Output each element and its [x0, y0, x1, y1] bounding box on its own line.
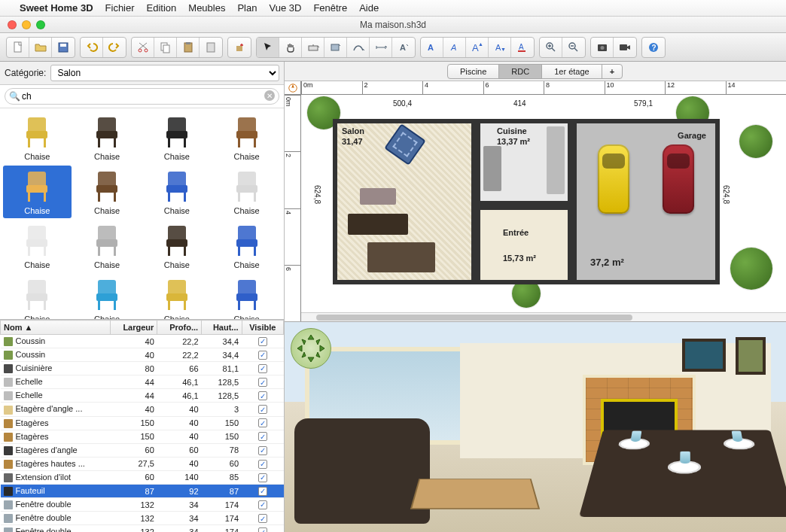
- zoom-out-button[interactable]: [562, 38, 585, 57]
- catalog-item[interactable]: Chaise: [73, 111, 142, 164]
- table-row[interactable]: Fenêtre double 13234174 ✓: [1, 498, 284, 512]
- catalog-item[interactable]: Chaise: [212, 274, 281, 319]
- search-input[interactable]: [5, 88, 279, 105]
- room-cuisine[interactable]: Cuisine 13,37 m²: [476, 119, 572, 205]
- photo-button[interactable]: [591, 38, 614, 57]
- select-tool[interactable]: [257, 38, 279, 57]
- new-file-button[interactable]: [7, 38, 29, 57]
- catalog-item[interactable]: Chaise: [3, 166, 72, 218]
- table-row[interactable]: Fauteuil 879287 ✓: [1, 485, 284, 498]
- catalog-item[interactable]: Chaise: [212, 220, 281, 272]
- save-file-button[interactable]: [52, 38, 75, 57]
- copy-button[interactable]: [154, 38, 177, 57]
- catalog-item[interactable]: Chaise: [73, 220, 142, 272]
- plan-scrollbar-horizontal[interactable]: [301, 312, 786, 321]
- ruler-horizontal: 0m2468101214: [301, 81, 786, 95]
- zoom-in-button[interactable]: [540, 38, 562, 57]
- catalog-item[interactable]: Chaise: [143, 166, 212, 218]
- dining-table-3d: [579, 430, 786, 518]
- menu-fenetre[interactable]: Fenêtre: [313, 2, 347, 14]
- compass-icon[interactable]: [285, 81, 301, 95]
- menu-edition[interactable]: Edition: [147, 2, 177, 14]
- selected-armchair[interactable]: [384, 123, 426, 166]
- car-yellow[interactable]: [598, 144, 629, 214]
- table-row[interactable]: Etagères hautes ... 27,54060 ✓: [1, 457, 284, 470]
- room-salon[interactable]: Salon 31,47: [333, 119, 476, 284]
- text-size-down-button[interactable]: A▼: [489, 38, 511, 57]
- text-size-up-button[interactable]: A▲: [466, 38, 489, 57]
- table-row[interactable]: Coussin 4022,234,4 ✓: [1, 348, 284, 362]
- catalog-item[interactable]: Chaise: [3, 274, 72, 319]
- furniture-catalog[interactable]: Chaise Chaise Chaise Chaise Chaise Chais…: [0, 108, 284, 319]
- category-select[interactable]: Salon: [50, 65, 279, 81]
- create-polylines-tool[interactable]: [347, 38, 370, 57]
- catalog-item[interactable]: Chaise: [73, 274, 142, 319]
- catalog-item[interactable]: Chaise: [143, 220, 212, 272]
- column-header[interactable]: Largeur: [110, 321, 157, 335]
- catalog-item[interactable]: Chaise: [143, 274, 212, 319]
- table-row[interactable]: Cuisinière 806681,1 ✓: [1, 362, 284, 375]
- clear-search-button[interactable]: ✕: [264, 90, 275, 101]
- add-furniture-button[interactable]: [228, 38, 251, 57]
- room-entree[interactable]: Entrée 15,73 m²: [476, 205, 572, 284]
- help-button[interactable]: ?: [642, 38, 665, 57]
- video-button[interactable]: [614, 38, 636, 57]
- column-header[interactable]: Nom ▲: [1, 321, 111, 335]
- pan-tool[interactable]: [279, 38, 302, 57]
- catalog-item[interactable]: Chaise: [212, 166, 281, 218]
- text-bold-button[interactable]: A: [421, 38, 443, 57]
- redo-button[interactable]: [103, 38, 126, 57]
- close-window-button[interactable]: [8, 20, 17, 29]
- column-header[interactable]: Profo...: [157, 321, 202, 335]
- column-header[interactable]: Haut...: [202, 321, 242, 335]
- minimize-window-button[interactable]: [22, 20, 31, 29]
- nav-3d-control[interactable]: [291, 328, 331, 369]
- text-color-button[interactable]: A: [511, 38, 534, 57]
- catalog-item[interactable]: Chaise: [3, 111, 72, 164]
- catalog-item[interactable]: Chaise: [212, 111, 281, 164]
- tab-piscine[interactable]: Piscine: [447, 64, 499, 79]
- plan-2d[interactable]: 0m2468101214 0m246 500,4 414 579,1 624,8…: [285, 81, 786, 322]
- open-file-button[interactable]: [29, 38, 52, 57]
- delete-button[interactable]: [200, 38, 222, 57]
- svg-point-4: [145, 49, 148, 52]
- text-italic-button[interactable]: A: [443, 38, 466, 57]
- menu-meubles[interactable]: Meubles: [188, 2, 225, 14]
- table-row[interactable]: Echelle 4446,1128,5 ✓: [1, 375, 284, 389]
- column-header[interactable]: Visible: [242, 321, 283, 335]
- create-walls-tool[interactable]: [302, 38, 324, 57]
- tab-rdc[interactable]: RDC: [498, 64, 542, 79]
- table-row[interactable]: Fenêtre double 13234174 ✓: [1, 525, 284, 532]
- paste-button[interactable]: [177, 38, 200, 57]
- catalog-item[interactable]: Chaise: [143, 111, 212, 164]
- catalog-item[interactable]: Chaise: [3, 220, 72, 272]
- undo-button[interactable]: [81, 38, 103, 57]
- table-row[interactable]: Etagères d'angle 606078 ✓: [1, 443, 284, 457]
- table-row[interactable]: Etagères 15040150 ✓: [1, 430, 284, 443]
- table-row[interactable]: Coussin 4022,234,4 ✓: [1, 335, 284, 348]
- table-row[interactable]: Etagères 15040150 ✓: [1, 416, 284, 430]
- menu-aide[interactable]: Aide: [359, 2, 379, 14]
- app-name[interactable]: Sweet Home 3D: [20, 2, 93, 14]
- menu-vue3d[interactable]: Vue 3D: [269, 2, 301, 14]
- add-level-button[interactable]: +: [602, 64, 623, 79]
- furniture-table[interactable]: Nom ▲LargeurProfo...Haut...Visible Couss…: [0, 319, 284, 532]
- catalog-item[interactable]: Chaise: [73, 166, 142, 218]
- create-rooms-tool[interactable]: [324, 38, 347, 57]
- table-row[interactable]: Etagère d'angle ... 40403 ✓: [1, 403, 284, 416]
- tab-etage[interactable]: 1er étage: [541, 64, 602, 79]
- table-row[interactable]: Extension d'ilot 6014085 ✓: [1, 470, 284, 484]
- cut-button[interactable]: [132, 38, 154, 57]
- table-row[interactable]: Echelle 4446,1128,5 ✓: [1, 389, 284, 403]
- menu-plan[interactable]: Plan: [237, 2, 257, 14]
- zoom-window-button[interactable]: [36, 20, 45, 29]
- menu-fichier[interactable]: Fichier: [105, 2, 135, 14]
- catalog-item-label: Chaise: [164, 206, 190, 215]
- table-row[interactable]: Fenêtre double 13234174 ✓: [1, 512, 284, 525]
- view-3d[interactable]: [285, 322, 786, 532]
- create-dimensions-tool[interactable]: [370, 38, 392, 57]
- svg-text:▼: ▼: [501, 47, 506, 52]
- room-garage[interactable]: Garage 37,2 m²: [572, 119, 720, 284]
- create-text-tool[interactable]: A: [392, 38, 415, 57]
- car-red[interactable]: [663, 144, 694, 214]
